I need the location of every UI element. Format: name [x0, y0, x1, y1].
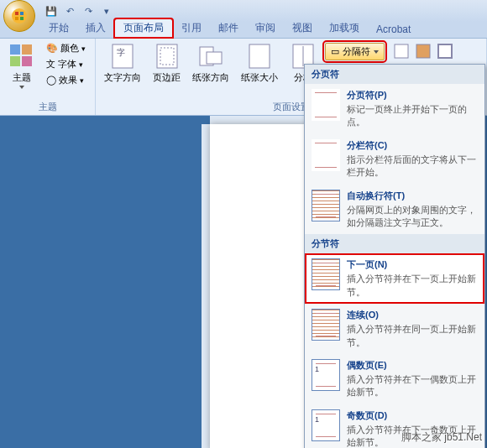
group-theme: 主题 🎨颜色▾ 文字体▾ ◯效果▾ 主题: [0, 39, 96, 115]
svg-rect-1: [15, 12, 18, 15]
chevron-down-icon: [19, 86, 24, 89]
svg-rect-8: [22, 56, 32, 66]
menu-item-page-break[interactable]: 分页符(P) 标记一页终止并开始下一页的点。: [305, 84, 484, 134]
svg-rect-4: [20, 17, 24, 20]
tab-addins[interactable]: 加载项: [321, 19, 368, 38]
wrap-break-desc: 分隔网页上的对象周围的文字，如分隔题注文字与正文。: [347, 204, 478, 230]
next-page-title: 下一页(N): [347, 258, 478, 271]
svg-point-0: [12, 8, 27, 23]
odd-page-icon: [312, 409, 340, 441]
effects-icon: ◯: [46, 75, 56, 86]
themes-button[interactable]: 主题: [5, 41, 39, 91]
svg-rect-3: [15, 17, 18, 20]
chevron-down-icon: [374, 50, 379, 54]
column-break-desc: 指示分栏符后面的文字将从下一栏开始。: [347, 154, 478, 180]
theme-fonts-button[interactable]: 文字体▾: [44, 57, 88, 71]
tab-insert[interactable]: 插入: [77, 19, 114, 38]
page-break-title: 分页符(P): [347, 89, 478, 102]
undo-icon[interactable]: ↶: [62, 3, 77, 18]
text-direction-label: 文字方向: [104, 71, 141, 84]
wrap-break-title: 自动换行符(T): [347, 190, 478, 202]
qat-dropdown-icon[interactable]: ▾: [99, 3, 114, 18]
menu-item-wrap-break[interactable]: 自动换行符(T) 分隔网页上的对象周围的文字，如分隔题注文字与正文。: [305, 185, 484, 235]
size-icon: [246, 43, 273, 70]
column-break-icon: [312, 139, 340, 171]
menu-item-continuous[interactable]: 连续(O) 插入分节符并在同一页上开始新节。: [305, 304, 484, 354]
margins-label: 页边距: [153, 71, 181, 84]
continuous-title: 连续(O): [347, 309, 478, 321]
ribbon-tabs: 开始 插入 页面布局 引用 邮件 审阅 视图 加载项 Acrobat: [0, 22, 487, 39]
menu-header-section-breaks: 分节符: [305, 234, 484, 253]
text-direction-button[interactable]: 字 文字方向: [101, 41, 144, 86]
menu-item-column-break[interactable]: 分栏符(C) 指示分栏符后面的文字将从下一栏开始。: [305, 134, 484, 185]
tab-page-layout[interactable]: 页面布局: [114, 18, 173, 38]
breaks-button[interactable]: ▭ 分隔符: [325, 43, 385, 60]
breaks-label: 分隔符: [343, 45, 370, 58]
tab-review[interactable]: 审阅: [247, 19, 284, 38]
even-page-desc: 插入分节符并在下一偶数页上开始新节。: [347, 373, 478, 399]
tab-references[interactable]: 引用: [173, 19, 210, 38]
themes-icon: [8, 43, 35, 70]
svg-rect-6: [22, 44, 32, 55]
menu-header-page-breaks: 分页符: [305, 65, 484, 84]
column-break-title: 分栏符(C): [347, 139, 478, 152]
quick-access-toolbar: 💾 ↶ ↷ ▾: [44, 3, 114, 18]
group-theme-label: 主题: [5, 99, 90, 115]
margins-button[interactable]: 页边距: [149, 41, 184, 86]
wrap-break-icon: [312, 190, 340, 221]
continuous-icon: [312, 309, 340, 341]
svg-rect-21: [416, 44, 430, 58]
margins-icon: [154, 43, 181, 70]
page-borders-icon[interactable]: [437, 43, 453, 60]
orientation-icon: [197, 43, 224, 70]
colors-icon: 🎨: [46, 43, 58, 54]
breaks-icon: ▭: [331, 46, 339, 57]
next-page-desc: 插入分节符并在下一页上开始新节。: [347, 273, 478, 299]
tab-view[interactable]: 视图: [284, 19, 321, 38]
fonts-icon: 文: [46, 58, 55, 70]
theme-fonts-label: 字体: [58, 58, 76, 70]
continuous-desc: 插入分节符并在同一页上开始新节。: [347, 323, 478, 349]
document-page[interactable]: [210, 124, 311, 448]
theme-effects-button[interactable]: ◯效果▾: [44, 73, 88, 87]
text-direction-icon: 字: [109, 43, 136, 70]
orientation-button[interactable]: 纸张方向: [189, 41, 233, 86]
ruler-vertical: [202, 124, 210, 448]
size-label: 纸张大小: [241, 71, 278, 84]
svg-rect-7: [10, 56, 20, 66]
office-button[interactable]: [3, 0, 35, 32]
theme-colors-button[interactable]: 🎨颜色▾: [44, 41, 88, 55]
redo-icon[interactable]: ↷: [81, 3, 96, 18]
themes-label: 主题: [13, 71, 31, 84]
watermark-text: 脚本之家 jb51.Net: [401, 430, 482, 445]
svg-rect-5: [10, 44, 20, 55]
svg-rect-20: [395, 44, 408, 58]
next-page-icon: [312, 258, 340, 290]
watermark-icon[interactable]: [393, 43, 410, 60]
tab-mailings[interactable]: 邮件: [210, 19, 247, 38]
orientation-label: 纸张方向: [192, 71, 229, 84]
save-icon[interactable]: 💾: [44, 3, 59, 18]
odd-page-title: 奇数页(D): [347, 409, 478, 422]
theme-effects-label: 效果: [59, 74, 77, 86]
tab-home[interactable]: 开始: [40, 19, 77, 38]
svg-rect-15: [249, 44, 270, 68]
page-break-icon: [312, 89, 340, 121]
even-page-icon: [312, 359, 340, 391]
page-break-desc: 标记一页终止并开始下一页的点。: [347, 103, 478, 129]
svg-rect-22: [438, 44, 452, 58]
even-page-title: 偶数页(E): [347, 359, 478, 372]
page-color-icon[interactable]: [415, 43, 432, 60]
breaks-dropdown-menu: 分页符 分页符(P) 标记一页终止并开始下一页的点。 分栏符(C) 指示分栏符后…: [304, 64, 485, 448]
menu-item-next-page[interactable]: 下一页(N) 插入分节符并在下一页上开始新节。: [305, 253, 484, 304]
menu-item-even-page[interactable]: 偶数页(E) 插入分节符并在下一偶数页上开始新节。: [305, 354, 484, 404]
ruler-horizontal: [210, 116, 311, 124]
svg-rect-2: [20, 12, 24, 15]
svg-text:字: 字: [117, 48, 125, 57]
tab-acrobat[interactable]: Acrobat: [368, 22, 419, 38]
theme-colors-label: 颜色: [60, 42, 79, 55]
svg-rect-14: [207, 52, 222, 64]
size-button[interactable]: 纸张大小: [238, 41, 281, 86]
